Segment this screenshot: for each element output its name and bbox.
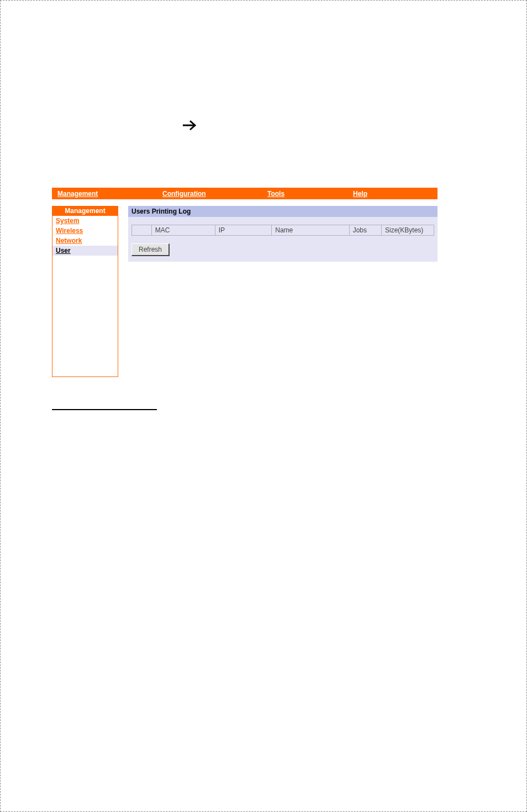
sidebar-item-system[interactable]: System [52, 216, 118, 226]
top-nav: Management Configuration Tools Help [52, 188, 438, 199]
col-jobs: Jobs [349, 225, 381, 236]
log-table: MAC IP Name Jobs Size(KBytes) [131, 225, 434, 236]
nav-tools[interactable]: Tools [267, 190, 284, 198]
body-area: Management System Wireless Network User … [52, 206, 438, 377]
divider [52, 409, 157, 410]
nav-configuration[interactable]: Configuration [162, 190, 206, 198]
nav-management[interactable]: Management [57, 190, 98, 198]
panel-body: MAC IP Name Jobs Size(KBytes) Refresh [128, 217, 438, 262]
arrow-right-icon [182, 118, 197, 135]
table-header-row: MAC IP Name Jobs Size(KBytes) [132, 225, 434, 236]
panel-title: Users Printing Log [128, 206, 438, 217]
sidebar-item-user[interactable]: User [52, 246, 118, 256]
sidebar-item-network[interactable]: Network [52, 236, 118, 246]
col-mac: MAC [151, 225, 215, 236]
nav-help[interactable]: Help [353, 190, 367, 198]
refresh-button[interactable]: Refresh [131, 243, 170, 256]
sidebar-item-wireless[interactable]: Wireless [52, 226, 118, 236]
sidebar: Management System Wireless Network User [52, 206, 118, 377]
page: Management Configuration Tools Help Mana… [0, 0, 527, 812]
col-ip: IP [215, 225, 272, 236]
col-size: Size(KBytes) [381, 225, 434, 236]
sidebar-header: Management [52, 206, 118, 216]
content: Users Printing Log MAC IP Name Jobs Size… [128, 206, 438, 262]
col-name: Name [272, 225, 349, 236]
col-blank [132, 225, 152, 236]
app-frame: Management Configuration Tools Help Mana… [52, 188, 438, 377]
